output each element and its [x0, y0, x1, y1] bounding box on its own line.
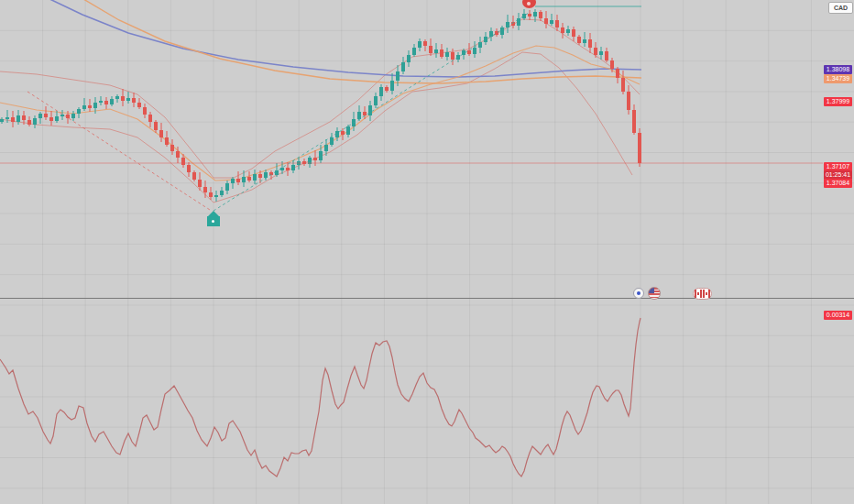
eu-flag-dot [637, 291, 640, 295]
price-label-ma-blue-value: 1.38098 [824, 65, 852, 74]
us-flag-icon[interactable] [648, 287, 661, 300]
eu-flag-icon[interactable] [633, 288, 644, 299]
us-flag-canton [649, 288, 654, 293]
price-label-indicator-value: 0.00314 [824, 311, 852, 320]
currency-cad-button[interactable]: CAD [828, 2, 853, 14]
price-label-band-value: 1.37999 [824, 97, 852, 106]
marker-dot-icon [527, 2, 531, 5]
trading-chart-window: 1.380981.347391.379991.3710701:25:411.37… [0, 0, 854, 504]
canada-flag-pair-icon[interactable] [693, 288, 712, 300]
price-label-last-price: 1.37084 [824, 179, 852, 188]
pane-divider[interactable] [0, 298, 854, 299]
price-label-ma-orange-value: 1.34739 [824, 74, 852, 83]
maple-leaf-icon [697, 292, 699, 295]
marker-dot-icon [212, 220, 214, 223]
low-point-marker[interactable] [207, 211, 220, 227]
canada-flag-icon [703, 290, 710, 298]
chart-canvas[interactable] [0, 0, 854, 504]
canada-flag-icon [695, 290, 702, 298]
maple-leaf-icon [706, 292, 707, 295]
